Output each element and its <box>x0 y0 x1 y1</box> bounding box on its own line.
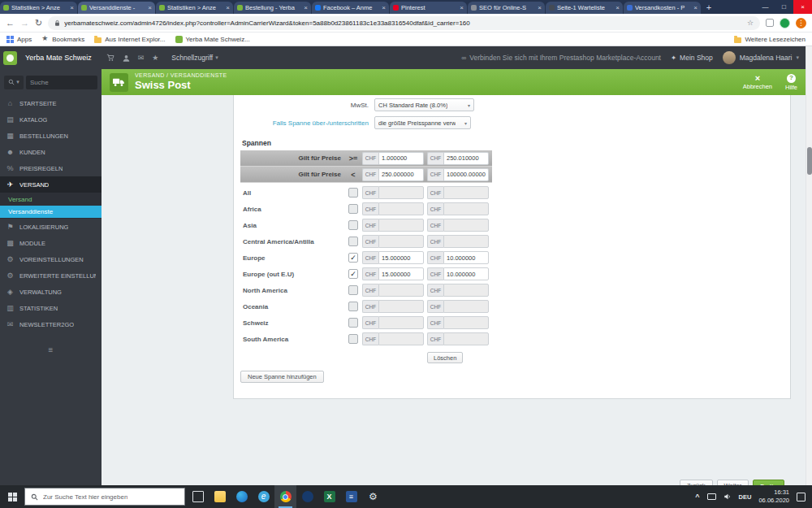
extension-icon[interactable] <box>766 19 774 27</box>
next-button[interactable]: Weiter <box>717 480 749 485</box>
prestashop-logo[interactable] <box>3 51 17 65</box>
delete-range-button[interactable]: Löschen <box>427 352 463 363</box>
reload-icon[interactable]: ↻ <box>35 19 42 28</box>
zone-price-range1-input[interactable] <box>378 251 424 264</box>
taskbar-app-excel[interactable] <box>318 485 340 508</box>
marketplace-link[interactable]: ∞ Verbinden Sie sich mit Ihrem Prestasho… <box>461 54 661 62</box>
display-icon[interactable] <box>707 493 716 500</box>
taskbar-app-writer[interactable] <box>340 485 362 508</box>
range-behavior-select[interactable]: die größte Preisspanne verw ▾ <box>374 116 471 129</box>
sidebar-item-customers[interactable]: ☻ KUNDEN <box>0 144 102 160</box>
zone-checkbox[interactable] <box>348 285 358 295</box>
zone-price-range1-input[interactable] <box>378 219 424 232</box>
zone-checkbox[interactable] <box>348 237 358 246</box>
zone-checkbox[interactable] <box>348 220 358 230</box>
shop-name-link[interactable]: Yerba Mate Schweiz <box>25 54 92 62</box>
cart-icon[interactable] <box>106 54 114 62</box>
tab-close-icon[interactable]: × <box>460 4 464 11</box>
zone-price-range1-input[interactable] <box>378 267 424 280</box>
zone-price-range2-input[interactable] <box>443 235 489 248</box>
sidebar-item-administration[interactable]: ◈ VERWALTUNG <box>0 284 102 300</box>
range2-lower-input[interactable] <box>443 152 489 165</box>
taskbar-app-task-view[interactable] <box>187 485 209 508</box>
sidebar-subitem[interactable]: Versand <box>0 193 102 206</box>
zone-checkbox[interactable] <box>348 334 358 344</box>
finish-button[interactable]: Fertig <box>753 480 784 485</box>
tax-select[interactable]: CH Standard Rate (8.0%) ▾ <box>374 98 474 111</box>
zone-price-range1-input[interactable] <box>378 235 424 248</box>
zone-price-range1-input[interactable] <box>378 316 424 329</box>
clock[interactable]: 16:31 06.06.2020 <box>758 488 789 505</box>
sidebar-item-stats[interactable]: ▥ STATISTIKEN <box>0 300 102 316</box>
browser-tab[interactable]: Versandkosten - P × <box>624 2 701 14</box>
sidebar-item-orders[interactable]: ▦ BESTELLUNGEN <box>0 128 102 144</box>
cancel-button[interactable]: × Abbrechen <box>743 74 772 91</box>
sidebar-item-localization[interactable]: ⚑ LOKALISIERUNG <box>0 219 102 235</box>
back-button[interactable]: Zurück <box>680 480 713 485</box>
action-center-icon[interactable] <box>797 493 806 501</box>
range2-upper-input[interactable] <box>443 168 489 181</box>
zone-price-range1-input[interactable] <box>378 186 424 199</box>
zone-price-range2-input[interactable] <box>443 186 489 199</box>
sidebar-item-catalog[interactable]: ▤ KATALOG <box>0 111 102 128</box>
bookmark-item[interactable]: Bookmarks <box>41 36 84 43</box>
window-close-button[interactable]: × <box>793 0 812 14</box>
taskbar-app-mail-app[interactable] <box>296 485 318 508</box>
taskbar-search[interactable]: Zur Suche Text hier eingeben <box>24 488 185 506</box>
window-maximize-button[interactable]: □ <box>775 0 793 14</box>
tab-close-icon[interactable]: × <box>304 4 308 11</box>
tab-close-icon[interactable]: × <box>226 4 230 11</box>
tab-close-icon[interactable]: × <box>615 4 620 11</box>
zone-checkbox[interactable] <box>348 318 358 328</box>
zone-price-range2-input[interactable] <box>443 284 489 297</box>
my-shop-link[interactable]: ✦ Mein Shop <box>671 54 713 62</box>
address-bar[interactable]: yerbamateschweiz.com/admin4726/index.php… <box>48 16 760 30</box>
sidebar-collapse-icon[interactable]: ≡ <box>0 345 102 354</box>
sidebar-item-shipping[interactable]: ✈ VERSAND <box>0 176 102 193</box>
zone-price-range1-input[interactable] <box>378 202 424 215</box>
forward-icon[interactable]: → <box>20 19 29 28</box>
sidebar-item-price-rules[interactable]: % PREISREGELN <box>0 160 102 176</box>
browser-profile-avatar[interactable] <box>780 18 790 28</box>
browser-tab[interactable]: Pinterest × <box>390 2 467 14</box>
bookmark-item[interactable]: Apps <box>6 36 32 43</box>
zone-price-range2-input[interactable] <box>443 267 489 280</box>
taskbar-app-settings[interactable] <box>362 485 384 508</box>
user-menu[interactable]: Magdalena Haari ▾ <box>723 51 799 64</box>
zone-checkbox[interactable]: ✓ <box>348 269 358 279</box>
taskbar-app-chrome[interactable] <box>274 485 296 508</box>
speaker-icon[interactable] <box>723 493 732 501</box>
zone-checkbox[interactable] <box>348 188 358 198</box>
sidebar-item-newsletter[interactable]: ✉ NEWSLETTER2GO <box>0 316 102 332</box>
tray-expand-icon[interactable]: ^ <box>695 493 699 501</box>
bookmark-star-icon[interactable]: ☆ <box>747 19 754 27</box>
browser-menu-icon[interactable]: ⋮ <box>796 18 806 28</box>
browser-tab[interactable]: Statistiken > Anze × <box>156 2 233 14</box>
page-scrollbar[interactable] <box>806 46 812 485</box>
range1-upper-input[interactable] <box>378 168 424 181</box>
taskbar-app-file-explorer[interactable] <box>209 485 231 508</box>
customers-icon[interactable] <box>123 54 130 62</box>
sidebar-item-advanced[interactable]: ⚙ ERWEITERTE EINSTELLUN... <box>0 267 102 284</box>
taskbar-app-ie[interactable] <box>253 485 274 508</box>
tab-close-icon[interactable]: × <box>693 4 698 11</box>
new-tab-button[interactable]: + <box>702 0 716 14</box>
zone-price-range2-input[interactable] <box>443 300 489 313</box>
search-scope-dropdown[interactable]: ▾ <box>4 76 24 89</box>
zone-price-range1-input[interactable] <box>378 284 424 297</box>
back-icon[interactable]: ← <box>6 19 15 28</box>
sidebar-search-input[interactable] <box>26 76 97 89</box>
browser-tab[interactable]: Bestellung - Yerba × <box>234 2 311 14</box>
browser-tab[interactable]: Facebook – Anme × <box>312 2 389 14</box>
start-button[interactable] <box>0 485 24 508</box>
quick-access-menu[interactable]: Schnellzugriff ▾ <box>171 54 218 62</box>
medal-icon[interactable]: ★ <box>152 54 158 62</box>
zone-price-range2-input[interactable] <box>443 202 489 215</box>
sidebar-subitem[interactable]: Versanddienste <box>0 206 102 218</box>
window-minimize-button[interactable]: — <box>756 0 775 14</box>
bookmark-item[interactable]: Yerba Mate Schweiz... <box>175 36 250 43</box>
tab-close-icon[interactable]: × <box>382 4 386 11</box>
tab-close-icon[interactable]: × <box>70 4 74 11</box>
tab-close-icon[interactable]: × <box>538 4 542 11</box>
other-bookmarks[interactable]: Weitere Lesezeichen <box>734 36 806 43</box>
